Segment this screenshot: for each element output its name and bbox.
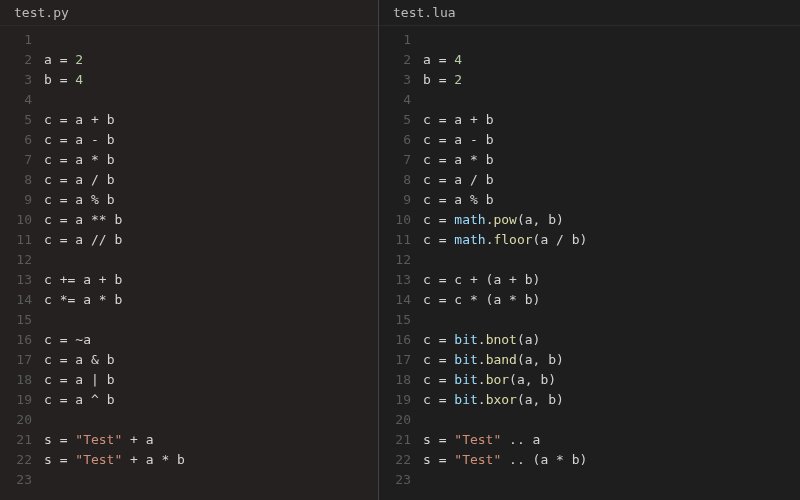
line-number: 10: [0, 210, 32, 230]
code-line[interactable]: c = c * (a * b): [423, 290, 800, 310]
line-number: 7: [379, 150, 411, 170]
code-line[interactable]: c = a + b: [423, 110, 800, 130]
code-line[interactable]: c = a / b: [44, 170, 378, 190]
token-op: *=: [52, 292, 83, 307]
code-line[interactable]: [423, 470, 800, 490]
token-op: +: [83, 112, 106, 127]
line-number: 19: [379, 390, 411, 410]
token-id: c: [423, 352, 431, 367]
tab-filename-left[interactable]: test.py: [14, 5, 69, 20]
line-number: 22: [379, 450, 411, 470]
code-line[interactable]: c = a // b: [44, 230, 378, 250]
line-number: 3: [0, 70, 32, 90]
code-line[interactable]: c = a ** b: [44, 210, 378, 230]
line-number: 12: [379, 250, 411, 270]
line-number: 18: [0, 370, 32, 390]
code-line[interactable]: s = "Test" + a * b: [44, 450, 378, 470]
code-area-right[interactable]: a = 4b = 2 c = a + bc = a - bc = a * bc …: [423, 30, 800, 500]
code-line[interactable]: c = a | b: [44, 370, 378, 390]
code-line[interactable]: [44, 90, 378, 110]
code-line[interactable]: [423, 30, 800, 50]
code-line[interactable]: [423, 410, 800, 430]
code-line[interactable]: [423, 250, 800, 270]
code-line[interactable]: c = bit.band(a, b): [423, 350, 800, 370]
code-line[interactable]: c = a * b: [44, 150, 378, 170]
code-line[interactable]: c = a - b: [44, 130, 378, 150]
code-line[interactable]: c = c + (a + b): [423, 270, 800, 290]
token-id: c: [44, 132, 52, 147]
line-number: 5: [379, 110, 411, 130]
code-line[interactable]: c = a ^ b: [44, 390, 378, 410]
code-line[interactable]: b = 4: [44, 70, 378, 90]
token-id: a: [146, 432, 154, 447]
code-line[interactable]: [44, 410, 378, 430]
code-line[interactable]: c = bit.bor(a, b): [423, 370, 800, 390]
token-op: =: [431, 132, 454, 147]
token-op: ): [556, 352, 564, 367]
token-id: a: [75, 152, 83, 167]
code-line[interactable]: [44, 30, 378, 50]
token-obj: bit: [454, 392, 477, 407]
line-number: 14: [379, 290, 411, 310]
editor-right[interactable]: 1234567891011121314151617181920212223 a …: [379, 26, 800, 500]
code-line[interactable]: c += a + b: [44, 270, 378, 290]
code-line[interactable]: b = 2: [423, 70, 800, 90]
line-number: 19: [0, 390, 32, 410]
line-number: 4: [0, 90, 32, 110]
token-op: /: [83, 172, 106, 187]
token-id: a: [44, 52, 52, 67]
line-number: 11: [379, 230, 411, 250]
token-id: a: [525, 212, 533, 227]
line-number: 10: [379, 210, 411, 230]
code-line[interactable]: c = a / b: [423, 170, 800, 190]
code-line[interactable]: a = 4: [423, 50, 800, 70]
token-op: =: [431, 112, 454, 127]
code-line[interactable]: c = a % b: [44, 190, 378, 210]
code-line[interactable]: c = bit.bnot(a): [423, 330, 800, 350]
token-id: c: [423, 372, 431, 387]
code-line[interactable]: c *= a * b: [44, 290, 378, 310]
token-id: b: [114, 232, 122, 247]
editor-left[interactable]: 1234567891011121314151617181920212223 a …: [0, 26, 378, 500]
code-line[interactable]: [423, 310, 800, 330]
code-line[interactable]: s = "Test" .. a: [423, 430, 800, 450]
line-number: 22: [0, 450, 32, 470]
code-line[interactable]: [44, 470, 378, 490]
token-id: b: [548, 352, 556, 367]
code-line[interactable]: c = ~a: [44, 330, 378, 350]
code-line[interactable]: c = a & b: [44, 350, 378, 370]
token-op: * (: [462, 292, 493, 307]
code-line[interactable]: c = a + b: [44, 110, 378, 130]
code-line[interactable]: s = "Test" + a: [44, 430, 378, 450]
token-op: *: [462, 152, 485, 167]
code-line[interactable]: c = a * b: [423, 150, 800, 170]
code-line[interactable]: [44, 310, 378, 330]
token-id: c: [44, 172, 52, 187]
token-op: =: [431, 272, 454, 287]
code-line[interactable]: c = bit.bxor(a, b): [423, 390, 800, 410]
code-area-left[interactable]: a = 2b = 4 c = a + bc = a - bc = a * bc …: [44, 30, 378, 500]
code-line[interactable]: c = math.floor(a / b): [423, 230, 800, 250]
token-id: b: [525, 292, 533, 307]
line-gutter-left: 1234567891011121314151617181920212223: [0, 30, 44, 500]
code-line[interactable]: c = a % b: [423, 190, 800, 210]
token-op: ): [556, 392, 564, 407]
code-line[interactable]: s = "Test" .. (a * b): [423, 450, 800, 470]
code-line[interactable]: [44, 250, 378, 270]
token-fn: bxor: [486, 392, 517, 407]
tab-bar-right: test.lua: [379, 0, 800, 26]
code-line[interactable]: c = a - b: [423, 130, 800, 150]
token-id: b: [548, 212, 556, 227]
token-op: =: [52, 132, 75, 147]
token-op: .: [478, 332, 486, 347]
token-op: =: [431, 52, 454, 67]
line-number: 14: [0, 290, 32, 310]
token-op: (: [517, 392, 525, 407]
code-line[interactable]: [423, 90, 800, 110]
token-id: c: [44, 332, 52, 347]
code-line[interactable]: a = 2: [44, 50, 378, 70]
code-line[interactable]: c = math.pow(a, b): [423, 210, 800, 230]
tab-filename-right[interactable]: test.lua: [393, 5, 456, 20]
token-id: a: [83, 272, 91, 287]
token-id: b: [107, 152, 115, 167]
